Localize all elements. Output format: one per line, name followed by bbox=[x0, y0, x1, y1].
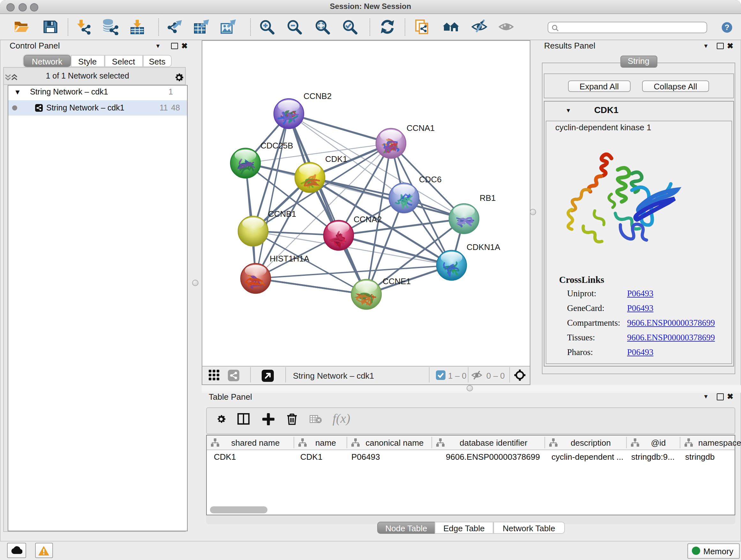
svg-text:CCNB2: CCNB2 bbox=[303, 91, 331, 101]
svg-text:CCNE1: CCNE1 bbox=[382, 276, 410, 286]
svg-text:CCNA2: CCNA2 bbox=[353, 214, 381, 224]
svg-text:RB1: RB1 bbox=[479, 193, 495, 202]
svg-text:CDC25B: CDC25B bbox=[260, 140, 293, 150]
svg-text:CCNA1: CCNA1 bbox=[406, 123, 434, 132]
svg-text:?: ? bbox=[725, 23, 730, 31]
svg-text:CDK1: CDK1 bbox=[325, 154, 347, 164]
svg-text:CCNB1: CCNB1 bbox=[268, 209, 296, 219]
svg-text:HIST1H1A: HIST1H1A bbox=[269, 253, 309, 263]
svg-text:CDKN1A: CDKN1A bbox=[466, 242, 500, 252]
svg-text:CDC6: CDC6 bbox=[419, 174, 441, 184]
